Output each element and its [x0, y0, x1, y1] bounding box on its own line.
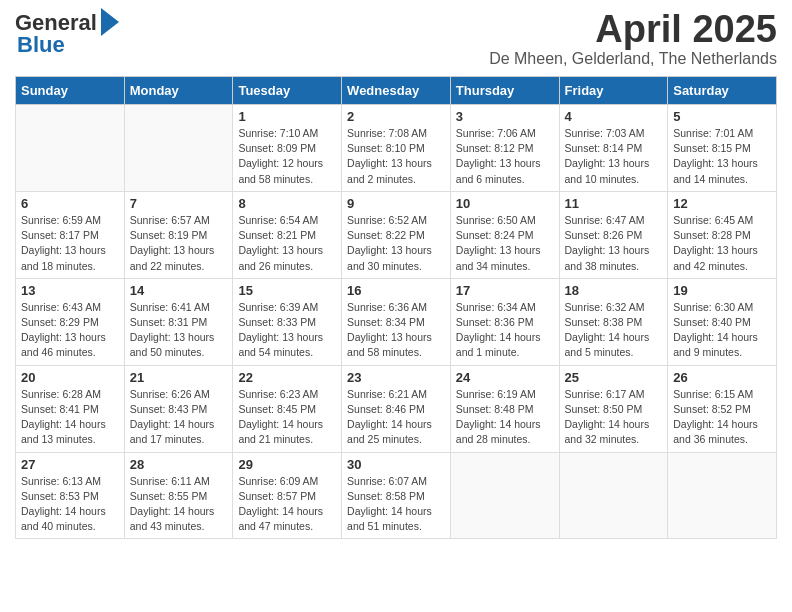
- day-number: 22: [238, 370, 336, 385]
- day-info: Sunrise: 6:52 AMSunset: 8:22 PMDaylight:…: [347, 213, 445, 274]
- calendar-day-cell: [450, 452, 559, 539]
- calendar-week-row: 6Sunrise: 6:59 AMSunset: 8:17 PMDaylight…: [16, 191, 777, 278]
- calendar-day-cell: [559, 452, 668, 539]
- calendar-day-header: Sunday: [16, 77, 125, 105]
- day-info: Sunrise: 7:06 AMSunset: 8:12 PMDaylight:…: [456, 126, 554, 187]
- day-info: Sunrise: 6:39 AMSunset: 8:33 PMDaylight:…: [238, 300, 336, 361]
- day-info: Sunrise: 6:21 AMSunset: 8:46 PMDaylight:…: [347, 387, 445, 448]
- calendar-day-cell: 3Sunrise: 7:06 AMSunset: 8:12 PMDaylight…: [450, 105, 559, 192]
- day-info: Sunrise: 7:03 AMSunset: 8:14 PMDaylight:…: [565, 126, 663, 187]
- day-info: Sunrise: 6:32 AMSunset: 8:38 PMDaylight:…: [565, 300, 663, 361]
- calendar-day-cell: 1Sunrise: 7:10 AMSunset: 8:09 PMDaylight…: [233, 105, 342, 192]
- calendar-day-cell: 9Sunrise: 6:52 AMSunset: 8:22 PMDaylight…: [342, 191, 451, 278]
- calendar-day-cell: 11Sunrise: 6:47 AMSunset: 8:26 PMDayligh…: [559, 191, 668, 278]
- day-info: Sunrise: 6:45 AMSunset: 8:28 PMDaylight:…: [673, 213, 771, 274]
- calendar-day-cell: [124, 105, 233, 192]
- day-number: 25: [565, 370, 663, 385]
- day-number: 20: [21, 370, 119, 385]
- calendar-day-cell: 18Sunrise: 6:32 AMSunset: 8:38 PMDayligh…: [559, 278, 668, 365]
- day-number: 30: [347, 457, 445, 472]
- calendar-day-header: Saturday: [668, 77, 777, 105]
- calendar-day-cell: 7Sunrise: 6:57 AMSunset: 8:19 PMDaylight…: [124, 191, 233, 278]
- calendar-day-cell: 8Sunrise: 6:54 AMSunset: 8:21 PMDaylight…: [233, 191, 342, 278]
- logo: General Blue: [15, 10, 119, 58]
- calendar-week-row: 20Sunrise: 6:28 AMSunset: 8:41 PMDayligh…: [16, 365, 777, 452]
- calendar-day-cell: 20Sunrise: 6:28 AMSunset: 8:41 PMDayligh…: [16, 365, 125, 452]
- day-number: 8: [238, 196, 336, 211]
- calendar-day-cell: 5Sunrise: 7:01 AMSunset: 8:15 PMDaylight…: [668, 105, 777, 192]
- day-info: Sunrise: 6:59 AMSunset: 8:17 PMDaylight:…: [21, 213, 119, 274]
- day-number: 11: [565, 196, 663, 211]
- calendar-week-row: 1Sunrise: 7:10 AMSunset: 8:09 PMDaylight…: [16, 105, 777, 192]
- calendar-day-cell: 27Sunrise: 6:13 AMSunset: 8:53 PMDayligh…: [16, 452, 125, 539]
- calendar-day-cell: 15Sunrise: 6:39 AMSunset: 8:33 PMDayligh…: [233, 278, 342, 365]
- calendar-day-cell: 12Sunrise: 6:45 AMSunset: 8:28 PMDayligh…: [668, 191, 777, 278]
- day-info: Sunrise: 6:19 AMSunset: 8:48 PMDaylight:…: [456, 387, 554, 448]
- day-number: 1: [238, 109, 336, 124]
- calendar-day-cell: 6Sunrise: 6:59 AMSunset: 8:17 PMDaylight…: [16, 191, 125, 278]
- day-info: Sunrise: 6:34 AMSunset: 8:36 PMDaylight:…: [456, 300, 554, 361]
- day-number: 14: [130, 283, 228, 298]
- calendar-day-cell: 14Sunrise: 6:41 AMSunset: 8:31 PMDayligh…: [124, 278, 233, 365]
- day-info: Sunrise: 6:11 AMSunset: 8:55 PMDaylight:…: [130, 474, 228, 535]
- day-number: 10: [456, 196, 554, 211]
- calendar-table: SundayMondayTuesdayWednesdayThursdayFrid…: [15, 76, 777, 539]
- day-number: 7: [130, 196, 228, 211]
- calendar-day-cell: 13Sunrise: 6:43 AMSunset: 8:29 PMDayligh…: [16, 278, 125, 365]
- calendar-day-cell: 2Sunrise: 7:08 AMSunset: 8:10 PMDaylight…: [342, 105, 451, 192]
- calendar-week-row: 27Sunrise: 6:13 AMSunset: 8:53 PMDayligh…: [16, 452, 777, 539]
- day-info: Sunrise: 6:47 AMSunset: 8:26 PMDaylight:…: [565, 213, 663, 274]
- day-info: Sunrise: 6:13 AMSunset: 8:53 PMDaylight:…: [21, 474, 119, 535]
- day-number: 17: [456, 283, 554, 298]
- day-info: Sunrise: 7:10 AMSunset: 8:09 PMDaylight:…: [238, 126, 336, 187]
- title-section: April 2025 De Mheen, Gelderland, The Net…: [489, 10, 777, 68]
- calendar-day-cell: [16, 105, 125, 192]
- calendar-header-row: SundayMondayTuesdayWednesdayThursdayFrid…: [16, 77, 777, 105]
- day-number: 16: [347, 283, 445, 298]
- day-number: 19: [673, 283, 771, 298]
- day-info: Sunrise: 6:41 AMSunset: 8:31 PMDaylight:…: [130, 300, 228, 361]
- day-number: 18: [565, 283, 663, 298]
- day-number: 13: [21, 283, 119, 298]
- day-info: Sunrise: 6:43 AMSunset: 8:29 PMDaylight:…: [21, 300, 119, 361]
- day-number: 28: [130, 457, 228, 472]
- calendar-day-cell: 17Sunrise: 6:34 AMSunset: 8:36 PMDayligh…: [450, 278, 559, 365]
- calendar-day-cell: 30Sunrise: 6:07 AMSunset: 8:58 PMDayligh…: [342, 452, 451, 539]
- day-number: 2: [347, 109, 445, 124]
- month-title: April 2025: [489, 10, 777, 48]
- day-info: Sunrise: 6:36 AMSunset: 8:34 PMDaylight:…: [347, 300, 445, 361]
- day-info: Sunrise: 6:09 AMSunset: 8:57 PMDaylight:…: [238, 474, 336, 535]
- logo-blue-text: Blue: [17, 32, 65, 58]
- day-number: 5: [673, 109, 771, 124]
- day-number: 29: [238, 457, 336, 472]
- day-info: Sunrise: 6:54 AMSunset: 8:21 PMDaylight:…: [238, 213, 336, 274]
- day-number: 21: [130, 370, 228, 385]
- day-info: Sunrise: 6:17 AMSunset: 8:50 PMDaylight:…: [565, 387, 663, 448]
- calendar-day-cell: 23Sunrise: 6:21 AMSunset: 8:46 PMDayligh…: [342, 365, 451, 452]
- day-info: Sunrise: 6:15 AMSunset: 8:52 PMDaylight:…: [673, 387, 771, 448]
- calendar-day-cell: 10Sunrise: 6:50 AMSunset: 8:24 PMDayligh…: [450, 191, 559, 278]
- day-number: 26: [673, 370, 771, 385]
- calendar-day-cell: 24Sunrise: 6:19 AMSunset: 8:48 PMDayligh…: [450, 365, 559, 452]
- day-info: Sunrise: 6:28 AMSunset: 8:41 PMDaylight:…: [21, 387, 119, 448]
- day-number: 3: [456, 109, 554, 124]
- calendar-day-cell: 28Sunrise: 6:11 AMSunset: 8:55 PMDayligh…: [124, 452, 233, 539]
- day-info: Sunrise: 6:07 AMSunset: 8:58 PMDaylight:…: [347, 474, 445, 535]
- calendar-day-header: Wednesday: [342, 77, 451, 105]
- calendar-day-cell: 21Sunrise: 6:26 AMSunset: 8:43 PMDayligh…: [124, 365, 233, 452]
- day-info: Sunrise: 7:08 AMSunset: 8:10 PMDaylight:…: [347, 126, 445, 187]
- calendar-day-cell: 4Sunrise: 7:03 AMSunset: 8:14 PMDaylight…: [559, 105, 668, 192]
- calendar-week-row: 13Sunrise: 6:43 AMSunset: 8:29 PMDayligh…: [16, 278, 777, 365]
- calendar-day-cell: 19Sunrise: 6:30 AMSunset: 8:40 PMDayligh…: [668, 278, 777, 365]
- calendar-day-header: Monday: [124, 77, 233, 105]
- day-info: Sunrise: 7:01 AMSunset: 8:15 PMDaylight:…: [673, 126, 771, 187]
- page-header: General Blue April 2025 De Mheen, Gelder…: [15, 10, 777, 68]
- day-info: Sunrise: 6:57 AMSunset: 8:19 PMDaylight:…: [130, 213, 228, 274]
- logo-arrow-icon: [101, 8, 119, 36]
- calendar-day-cell: 16Sunrise: 6:36 AMSunset: 8:34 PMDayligh…: [342, 278, 451, 365]
- day-number: 9: [347, 196, 445, 211]
- calendar-day-cell: 26Sunrise: 6:15 AMSunset: 8:52 PMDayligh…: [668, 365, 777, 452]
- location-subtitle: De Mheen, Gelderland, The Netherlands: [489, 50, 777, 68]
- day-info: Sunrise: 6:23 AMSunset: 8:45 PMDaylight:…: [238, 387, 336, 448]
- day-number: 12: [673, 196, 771, 211]
